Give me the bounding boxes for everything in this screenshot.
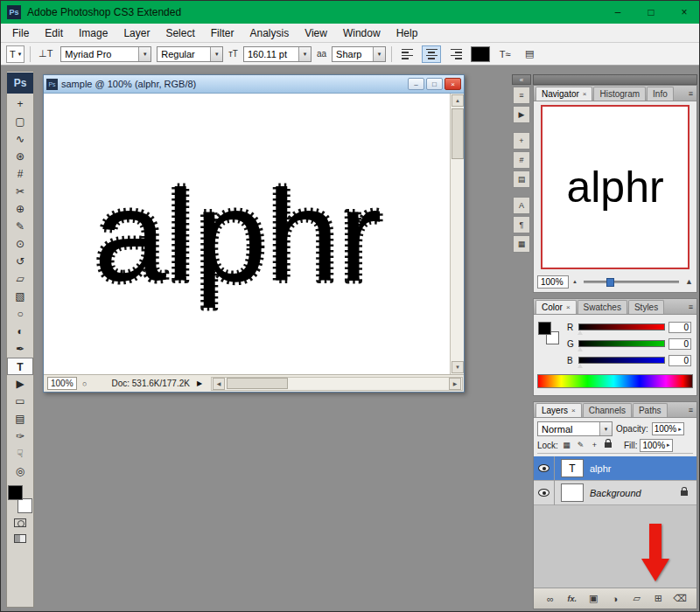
scrollbar-track[interactable]: [226, 378, 448, 390]
adjustment-layer-button[interactable]: ◑: [606, 594, 624, 604]
document-title-bar[interactable]: Ps sample @ 100% (alphr, RGB/8) – □ ×: [44, 75, 464, 94]
panel-menu-icon[interactable]: ≡: [689, 406, 693, 414]
menu-item-select[interactable]: Select: [158, 24, 202, 43]
panel-menu-icon[interactable]: ≡: [689, 303, 693, 311]
tool-slice[interactable]: ✂: [7, 183, 33, 200]
slider-thumb[interactable]: [606, 278, 614, 287]
tab-channels[interactable]: Channels: [583, 403, 632, 417]
new-group-button[interactable]: ▱: [628, 593, 646, 604]
green-value-input[interactable]: 0: [668, 338, 691, 350]
lock-all-icon[interactable]: [603, 441, 614, 449]
font-size-select[interactable]: 160.11 pt ▾: [243, 46, 312, 62]
tab-close-icon[interactable]: ×: [571, 407, 576, 414]
navigator-zoom-input[interactable]: 100%: [537, 275, 569, 289]
scroll-up-icon[interactable]: ▲: [452, 94, 464, 107]
mini-panel-brushes[interactable]: ≡: [513, 87, 530, 104]
foreground-color-swatch[interactable]: [8, 485, 23, 500]
tool-eraser[interactable]: ▱: [7, 270, 33, 288]
layer-thumbnail[interactable]: T: [561, 459, 584, 477]
text-color-swatch[interactable]: [471, 46, 490, 62]
zoom-input[interactable]: 100%: [47, 377, 77, 390]
scroll-down-icon[interactable]: ▼: [452, 361, 464, 373]
tool-crop[interactable]: #: [7, 165, 33, 183]
menu-item-window[interactable]: Window: [335, 24, 388, 43]
font-style-select[interactable]: Regular ▾: [157, 46, 223, 62]
layer-thumbnail[interactable]: [561, 483, 584, 502]
panel-menu-icon[interactable]: ≡: [689, 89, 693, 98]
tool-dodge[interactable]: ◐: [7, 323, 33, 340]
tool-eyedropper[interactable]: ✑: [7, 428, 33, 445]
tool-brush[interactable]: ✎: [7, 218, 33, 235]
vertical-scrollbar[interactable]: ▲ ▼: [450, 94, 464, 374]
tab-info[interactable]: Info: [647, 87, 674, 101]
tab-histogram[interactable]: Histogram: [593, 87, 646, 101]
slider-marker[interactable]: [578, 330, 583, 335]
mini-panel-layer-comps[interactable]: ▤: [513, 170, 530, 188]
red-value-input[interactable]: 0: [668, 322, 691, 333]
lock-transparency-icon[interactable]: ▦: [561, 441, 572, 449]
tool-path-selection[interactable]: ▶: [7, 375, 33, 393]
align-left-button[interactable]: [397, 45, 416, 63]
opacity-input[interactable]: 100% ▸: [652, 422, 684, 435]
tool-quick-selection[interactable]: ⊛: [7, 148, 33, 165]
scroll-left-icon[interactable]: ◀: [213, 378, 225, 390]
mini-panel-tool-presets[interactable]: +: [513, 132, 530, 150]
canvas-text-selection[interactable]: alphr: [94, 163, 382, 308]
menu-item-image[interactable]: Image: [71, 24, 116, 43]
align-center-button[interactable]: [422, 45, 441, 63]
scroll-right-icon[interactable]: ▶: [449, 378, 461, 390]
doc-maximize-button[interactable]: □: [426, 78, 443, 90]
mini-panel-paragraph[interactable]: ¶: [513, 216, 530, 233]
lock-pixels-icon[interactable]: ✎: [575, 441, 586, 449]
tool-zoom[interactable]: ◎: [7, 462, 33, 480]
layer-row-alphr[interactable]: T alphr: [534, 456, 696, 481]
slider-marker[interactable]: [578, 347, 583, 351]
navigator-preview[interactable]: alphr: [541, 105, 690, 269]
doc-close-button[interactable]: ×: [444, 78, 461, 90]
screen-mode-button[interactable]: [7, 531, 33, 546]
quick-mask-button[interactable]: [7, 515, 33, 531]
canvas[interactable]: alphr: [44, 94, 450, 374]
menu-item-help[interactable]: Help: [388, 24, 426, 43]
green-slider[interactable]: [578, 340, 665, 347]
menu-item-file[interactable]: File: [4, 24, 37, 43]
mini-panel-notes[interactable]: ▦: [513, 235, 530, 253]
link-layers-button[interactable]: ∞: [542, 594, 559, 604]
title-bar[interactable]: Ps Adobe Photoshop CS3 Extended – □ ×: [1, 1, 700, 24]
blend-mode-select[interactable]: Normal ▾: [537, 421, 612, 436]
palettes-toggle-button[interactable]: ▤: [520, 45, 539, 63]
tab-close-icon[interactable]: ×: [583, 90, 587, 98]
menu-item-layer[interactable]: Layer: [116, 24, 158, 43]
warp-text-button[interactable]: T≈: [495, 45, 514, 63]
zoom-out-icon[interactable]: ▲: [572, 279, 578, 284]
mini-panel-actions[interactable]: ▶: [513, 106, 530, 123]
tool-pen[interactable]: ✒: [7, 340, 33, 358]
blue-value-input[interactable]: 0: [668, 355, 691, 366]
spinner-arrow-icon[interactable]: ▸: [667, 442, 670, 449]
tool-gradient[interactable]: ▧: [7, 288, 33, 305]
tab-navigator[interactable]: Navigator×: [536, 87, 592, 101]
minimize-button[interactable]: –: [601, 1, 634, 24]
tab-swatches[interactable]: Swatches: [578, 300, 627, 314]
tool-rectangle-shape[interactable]: ▭: [7, 393, 33, 410]
fill-input[interactable]: 100% ▸: [640, 439, 672, 452]
tool-notes[interactable]: ▤: [7, 410, 33, 428]
tool-type[interactable]: T: [7, 358, 33, 375]
visibility-toggle[interactable]: [534, 481, 555, 505]
tab-close-icon[interactable]: ×: [566, 303, 570, 311]
tab-layers[interactable]: Layers×: [536, 403, 582, 417]
mini-panel-clone-source[interactable]: #: [513, 151, 530, 169]
text-orientation-button[interactable]: ⊥T: [36, 45, 55, 63]
tool-healing-brush[interactable]: ⊕: [7, 200, 33, 218]
foreground-swatch[interactable]: [538, 322, 551, 335]
tool-history-brush[interactable]: ↺: [7, 253, 33, 270]
font-family-select[interactable]: Myriad Pro ▾: [60, 46, 151, 62]
color-spectrum-ramp[interactable]: [537, 374, 693, 388]
align-right-button[interactable]: [446, 45, 466, 63]
blue-slider[interactable]: [578, 357, 665, 364]
close-button[interactable]: ×: [668, 1, 700, 24]
tab-paths[interactable]: Paths: [633, 403, 668, 417]
menu-item-analysis[interactable]: Analysis: [242, 24, 297, 43]
tool-move[interactable]: +: [7, 95, 33, 113]
layer-row-background[interactable]: Background: [534, 481, 696, 505]
